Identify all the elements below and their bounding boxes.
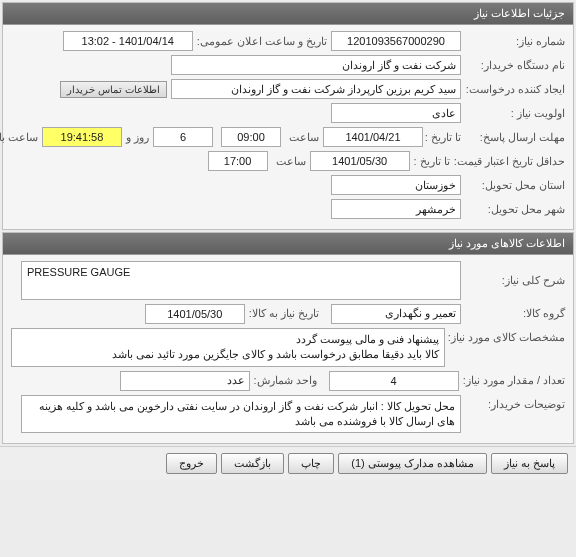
to-date-label-2: تا تاریخ : xyxy=(414,155,450,168)
price-validity-label: حداقل تاریخ اعتبار قیمت: xyxy=(454,155,565,168)
need-date-field[interactable] xyxy=(145,304,245,324)
buyer-note-field[interactable] xyxy=(21,395,461,434)
priority-label: اولویت نیاز : xyxy=(465,107,565,120)
days-label: روز و xyxy=(126,131,149,144)
need-details-header: جزئیات اطلاعات نیاز xyxy=(3,3,573,25)
back-button[interactable]: بازگشت xyxy=(221,453,284,474)
time-remaining-field[interactable] xyxy=(42,127,122,147)
announce-label: تاریخ و ساعت اعلان عمومی: xyxy=(197,35,327,48)
desc-label: شرح کلی نیاز: xyxy=(465,274,565,287)
price-date-field[interactable] xyxy=(310,151,410,171)
deadline-time-field[interactable] xyxy=(221,127,281,147)
reply-button[interactable]: پاسخ به نیاز xyxy=(491,453,568,474)
time-label-2: ساعت xyxy=(272,155,306,168)
qty-field[interactable] xyxy=(329,371,459,391)
buyer-field[interactable] xyxy=(171,55,461,75)
priority-field[interactable] xyxy=(331,103,461,123)
goods-info-panel: اطلاعات کالاهای مورد نیاز شرح کلی نیاز: … xyxy=(2,232,574,444)
qty-label: تعداد / مقدار مورد نیاز: xyxy=(463,374,565,387)
exit-button[interactable]: خروج xyxy=(166,453,217,474)
unit-field[interactable] xyxy=(120,371,250,391)
to-date-label: تا تاریخ : xyxy=(427,131,461,144)
days-remaining-field[interactable] xyxy=(153,127,213,147)
need-details-panel: جزئیات اطلاعات نیاز شماره نیاز: تاریخ و … xyxy=(2,2,574,230)
requester-label: ایجاد کننده درخواست: xyxy=(465,83,565,96)
action-bar: پاسخ به نیاز مشاهده مدارک پیوستی (1) چاپ… xyxy=(0,446,576,480)
group-label: گروه کالا: xyxy=(465,307,565,320)
print-button[interactable]: چاپ xyxy=(288,453,334,474)
desc-field[interactable] xyxy=(21,261,461,300)
goods-info-header: اطلاعات کالاهای مورد نیاز xyxy=(3,233,573,255)
province-label: استان محل تحویل: xyxy=(465,179,565,192)
need-no-label: شماره نیاز: xyxy=(465,35,565,48)
price-time-field[interactable] xyxy=(208,151,268,171)
buyer-label: نام دستگاه خریدار: xyxy=(465,59,565,72)
goods-info-body: شرح کلی نیاز: گروه کالا: تاریخ نیاز به ک… xyxy=(3,255,573,443)
remaining-label: ساعت باقی مانده xyxy=(0,131,38,144)
spec-field[interactable] xyxy=(11,328,445,367)
province-field[interactable] xyxy=(331,175,461,195)
city-field[interactable] xyxy=(331,199,461,219)
deadline-label: مهلت ارسال پاسخ: xyxy=(465,131,565,144)
buyer-note-label: توضیحات خریدار: xyxy=(465,395,565,411)
announce-field[interactable] xyxy=(63,31,193,51)
time-label-1: ساعت xyxy=(285,131,319,144)
buyer-contact-button[interactable]: اطلاعات تماس خریدار xyxy=(60,81,167,98)
spec-label: مشخصات کالای مورد نیاز: xyxy=(449,328,565,344)
city-label: شهر محل تحویل: xyxy=(465,203,565,216)
deadline-date-field[interactable] xyxy=(323,127,423,147)
group-field[interactable] xyxy=(331,304,461,324)
need-details-body: شماره نیاز: تاریخ و ساعت اعلان عمومی: نا… xyxy=(3,25,573,229)
need-date-label: تاریخ نیاز به کالا: xyxy=(249,307,319,320)
attachments-button[interactable]: مشاهده مدارک پیوستی (1) xyxy=(338,453,487,474)
requester-field[interactable] xyxy=(171,79,461,99)
unit-label: واحد شمارش: xyxy=(254,374,317,387)
need-no-field[interactable] xyxy=(331,31,461,51)
